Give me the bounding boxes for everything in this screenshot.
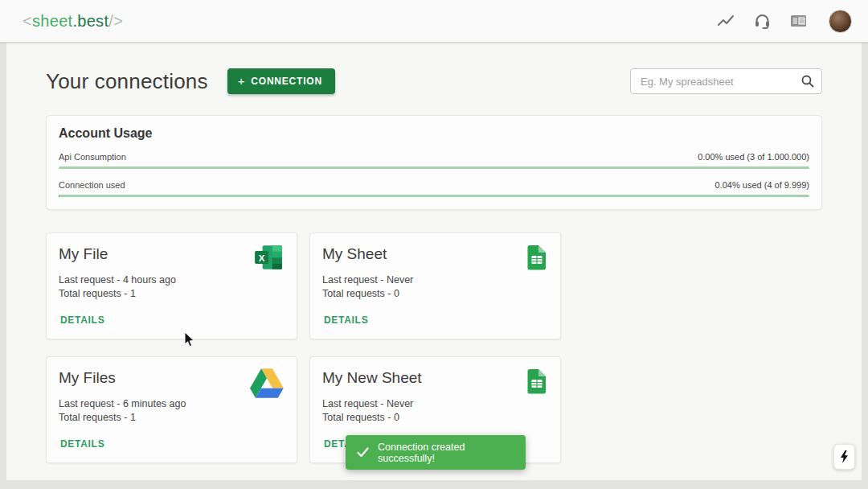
connection-meta: Last request - Never Total requests - 0	[322, 397, 547, 425]
connection-meta: Last request - Never Total requests - 0	[322, 273, 547, 301]
progress-bar	[59, 195, 809, 197]
connection-name: My New Sheet	[322, 369, 547, 387]
details-button[interactable]: DETAILS	[322, 313, 370, 327]
app-logo[interactable]: <sheet.best/>	[23, 12, 123, 31]
headset-icon[interactable]	[753, 12, 771, 30]
lightning-bolt-icon	[840, 450, 849, 463]
google-sheets-icon	[526, 368, 547, 397]
connection-card: My Files Last request - 6 minutes ago To…	[46, 356, 297, 463]
metric-label: Connection used	[59, 180, 125, 190]
search-icon[interactable]	[800, 74, 815, 88]
logo-brand-name: sheet	[32, 12, 72, 30]
connections-grid: My File X Last request - 4 ho	[46, 232, 822, 463]
account-usage-panel: Account Usage Api Consumption 0.00% used…	[46, 115, 822, 210]
metric-usage-text: 0.00% used (3 of 1.000.000)	[698, 152, 809, 162]
last-request-text: Last request - Never	[322, 397, 547, 411]
logo-bracket-open: <	[23, 12, 32, 30]
toast-message: Connection created successfully!	[378, 442, 514, 464]
toast-notification: Connection created successfully!	[346, 435, 526, 470]
metric-label: Api Consumption	[59, 152, 126, 162]
connection-card: My Sheet Last request - Never T	[309, 232, 561, 339]
usage-metric: Api Consumption 0.00% used (3 of 1.000.0…	[59, 152, 809, 169]
last-request-text: Last request - Never	[322, 273, 547, 287]
connection-meta: Last request - 4 hours ago Total request…	[59, 273, 284, 301]
total-requests-text: Total requests - 1	[59, 411, 284, 425]
trending-icon[interactable]	[717, 12, 735, 30]
title-row: Your connections + CONNECTION	[46, 43, 822, 94]
connection-meta: Last request - 6 minutes ago Total reque…	[59, 397, 284, 425]
last-request-text: Last request - 4 hours ago	[59, 273, 284, 287]
search-box	[630, 68, 822, 94]
lightning-bolt-button[interactable]	[833, 444, 855, 470]
svg-text:X: X	[259, 253, 265, 263]
connection-name: My File	[59, 245, 284, 263]
progress-bar	[59, 166, 809, 169]
connection-name: My Sheet	[322, 245, 547, 263]
check-icon	[357, 447, 369, 458]
google-drive-icon	[250, 368, 284, 401]
main-content: Your connections + CONNECTION Account Us…	[6, 43, 862, 480]
excel-icon: X	[253, 244, 284, 273]
page-title: Your connections	[46, 69, 208, 94]
app-header: <sheet.best/>	[0, 0, 868, 43]
plus-icon: +	[238, 77, 246, 85]
user-avatar[interactable]	[829, 10, 852, 33]
metric-usage-text: 0.04% used (4 of 9.999)	[715, 180, 809, 190]
total-requests-text: Total requests - 1	[59, 287, 284, 301]
add-connection-label: CONNECTION	[251, 76, 322, 87]
details-button[interactable]: DETAILS	[59, 437, 106, 451]
logo-bracket-close: />	[108, 12, 123, 30]
connection-card: My File X Last request - 4 ho	[46, 232, 297, 339]
google-sheets-icon	[526, 244, 547, 273]
usage-metrics: Api Consumption 0.00% used (3 of 1.000.0…	[59, 152, 809, 197]
news-card-icon[interactable]	[789, 12, 807, 30]
add-connection-button[interactable]: + CONNECTION	[227, 68, 335, 94]
header-actions	[717, 10, 852, 33]
usage-metric: Connection used 0.04% used (4 of 9.999)	[59, 180, 809, 197]
details-button[interactable]: DETAILS	[59, 313, 106, 327]
logo-brand-tld: .best	[72, 12, 108, 30]
total-requests-text: Total requests - 0	[322, 411, 547, 425]
account-usage-title: Account Usage	[59, 126, 809, 141]
search-input[interactable]	[641, 76, 800, 88]
total-requests-text: Total requests - 0	[322, 287, 547, 301]
